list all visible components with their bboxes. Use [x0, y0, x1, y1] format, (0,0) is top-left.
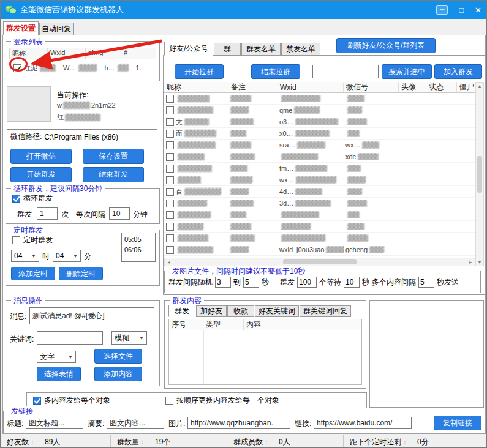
avatar	[7, 86, 51, 122]
login-list-row[interactable]: 红泥 W… h… 1.	[9, 60, 156, 76]
wechat-path-box[interactable]: 微信路径: C:\Program Files (x86)	[7, 129, 157, 144]
content-tab-friend-keyword[interactable]: 好友关键词	[255, 305, 299, 317]
interval-min-input[interactable]	[215, 277, 231, 288]
end-send-button[interactable]: 结束群发	[83, 167, 144, 182]
row-checkbox[interactable]	[166, 246, 174, 254]
friend-row[interactable]: 文o3…	[164, 116, 475, 128]
delete-timer-button[interactable]: 删除定时	[59, 267, 103, 280]
link-url-input[interactable]	[314, 417, 412, 429]
add-timer-button[interactable]: 添加定时	[11, 267, 55, 280]
save-settings-button[interactable]: 保存设置	[83, 149, 144, 164]
scroll-right-icon[interactable]: ►	[469, 260, 473, 264]
login-row-checkbox[interactable]	[13, 64, 21, 72]
tab-friends[interactable]: 好友/公众号	[164, 42, 213, 56]
row-checkbox[interactable]	[166, 118, 174, 126]
row-checkbox[interactable]	[166, 200, 174, 207]
tab-mass-send-settings[interactable]: 群发设置	[3, 21, 39, 35]
tab-groups[interactable]: 群	[214, 43, 241, 56]
add-content-button[interactable]: 添加内容	[94, 367, 142, 381]
join-send-button[interactable]: 加入群发	[434, 64, 482, 79]
friends-vertical-scrollbar[interactable]: ▲ ▼	[475, 82, 484, 266]
scroll-down-icon[interactable]: ▼	[478, 260, 482, 264]
hour-select[interactable]: 04▼	[11, 250, 39, 262]
timed-times-list[interactable]: 05:05 06:06	[121, 233, 156, 262]
friend-row[interactable]	[164, 93, 475, 105]
friend-row[interactable]	[164, 233, 475, 244]
open-wechat-button[interactable]: 打开微信	[10, 149, 72, 164]
start-send-button[interactable]: 开始群发	[10, 167, 72, 182]
friend-row[interactable]: 百4d…	[164, 186, 475, 198]
batch-count-input[interactable]	[297, 277, 317, 288]
content-tab-add-friend[interactable]: 加好友	[196, 305, 227, 317]
scroll-up-icon[interactable]: ▲	[478, 84, 482, 88]
timed-time-item[interactable]: 05:05	[124, 234, 153, 245]
row-checkbox[interactable]	[166, 211, 174, 219]
batch-wait-input[interactable]	[344, 277, 360, 288]
maximize-button[interactable]: □	[459, 6, 464, 14]
link-summary-input[interactable]	[107, 417, 164, 429]
content-tab-payment[interactable]: 收款	[227, 305, 254, 317]
timed-send-checkbox[interactable]	[12, 236, 20, 244]
close-button[interactable]: ✕	[475, 6, 481, 14]
row-checkbox[interactable]	[166, 130, 174, 138]
row-checkbox[interactable]	[166, 106, 174, 114]
loop-count-input[interactable]	[37, 207, 58, 220]
tab-block-list[interactable]: 禁发名单	[281, 43, 320, 56]
row-checkbox[interactable]	[166, 165, 174, 173]
friend-row[interactable]: wx…	[164, 174, 475, 186]
loop-send-checkbox-row[interactable]: 循环群发	[12, 193, 53, 204]
blurred-remark	[230, 223, 251, 230]
row-checkbox[interactable]	[166, 141, 174, 149]
loop-send-checkbox[interactable]	[12, 195, 20, 203]
friends-horizontal-scrollbar[interactable]: ◄ ►	[164, 258, 475, 266]
friend-row[interactable]: sra…wx…	[164, 140, 475, 151]
search-input[interactable]	[312, 65, 379, 78]
minute-select[interactable]: 04▼	[53, 250, 81, 262]
friend-row[interactable]: xdc	[164, 151, 475, 163]
timed-send-checkbox-row[interactable]: 定时群发	[12, 235, 53, 245]
scroll-thumb[interactable]	[283, 259, 357, 264]
friend-row[interactable]: 3d…	[164, 198, 475, 209]
keyword-input[interactable]	[37, 331, 103, 345]
copy-link-button[interactable]: 复制链接	[434, 416, 481, 430]
link-title-input[interactable]	[26, 417, 83, 429]
friend-row[interactable]: qme	[164, 105, 475, 116]
loop-interval-input[interactable]	[109, 207, 130, 220]
friend-row[interactable]: 而x0…	[164, 128, 475, 140]
blurred-remark	[230, 188, 249, 195]
content-tab-group-keyword[interactable]: 群关键词回复	[300, 305, 351, 317]
link-image-input[interactable]	[187, 417, 290, 429]
match-mode-select[interactable]: 模糊▼	[111, 331, 147, 345]
row-checkbox[interactable]	[166, 223, 174, 231]
current-op-label: 当前操作:	[57, 90, 88, 100]
start-pull-button[interactable]: 开始拉群	[175, 64, 224, 79]
row-checkbox[interactable]	[166, 95, 174, 103]
row-checkbox[interactable]	[166, 188, 174, 196]
row-checkbox[interactable]	[166, 153, 174, 161]
timed-time-item[interactable]: 06:06	[124, 245, 153, 255]
friend-row[interactable]	[164, 209, 475, 221]
scroll-left-icon[interactable]: ◄	[167, 260, 171, 264]
friend-row[interactable]	[164, 221, 475, 233]
friend-row[interactable]: wxid_j0ou3uaogcheng	[164, 244, 475, 256]
search-select-button[interactable]: 搜索并选中	[382, 64, 432, 79]
interval-max-input[interactable]	[243, 277, 259, 288]
refresh-list-button[interactable]: 刷新好友/公众号/群列表	[336, 38, 436, 53]
multi-content-interval-input[interactable]	[418, 277, 434, 288]
tab-send-list[interactable]: 群发名单	[241, 43, 281, 56]
preview-box[interactable]	[369, 300, 484, 408]
message-input[interactable]	[29, 307, 154, 324]
tab-auto-reply[interactable]: 自动回复	[39, 23, 74, 35]
select-emoji-button[interactable]: 选择表情	[37, 367, 81, 381]
sequential-checkbox[interactable]	[165, 397, 173, 405]
multi-content-checkbox[interactable]	[33, 397, 41, 405]
minimize-button[interactable]: ─	[436, 5, 448, 15]
select-file-button[interactable]: 选择文件	[94, 349, 142, 364]
row-checkbox[interactable]	[166, 234, 174, 242]
friend-row[interactable]: fm…	[164, 163, 475, 174]
content-type-select[interactable]: 文字▼	[37, 351, 76, 363]
content-tab-send[interactable]: 群发	[168, 305, 195, 317]
row-checkbox[interactable]	[166, 176, 174, 184]
end-pull-button[interactable]: 结束拉群	[251, 64, 300, 79]
scroll-thumb[interactable]	[477, 156, 482, 193]
